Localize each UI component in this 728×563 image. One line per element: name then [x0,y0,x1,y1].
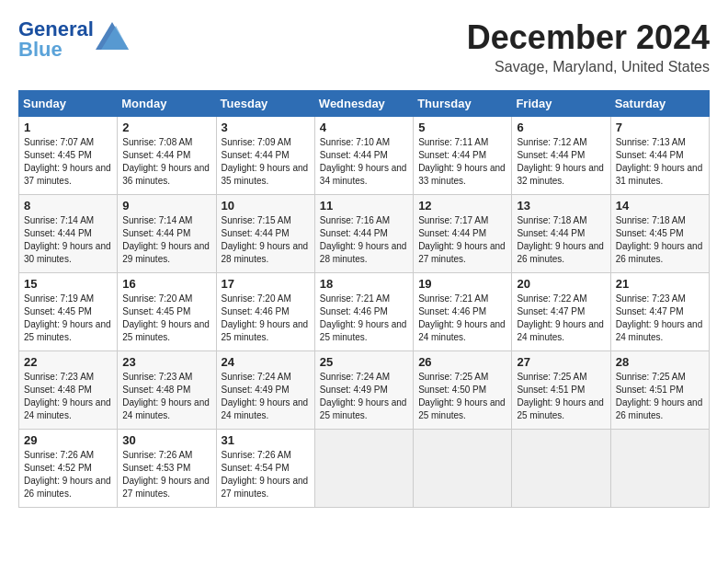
day-number: 11 [320,199,408,213]
day-number: 24 [222,355,310,369]
day-info: Sunrise: 7:21 AMSunset: 4:46 PMDaylight:… [320,293,408,344]
day-info: Sunrise: 7:18 AMSunset: 4:45 PMDaylight:… [616,214,704,266]
day-info: Sunrise: 7:10 AMSunset: 4:44 PMDaylight:… [320,136,408,188]
day-info: Sunrise: 7:13 AMSunset: 4:44 PMDaylight:… [616,136,704,188]
location: Savage, Maryland, United States [467,59,710,75]
day-info: Sunrise: 7:26 AMSunset: 4:53 PMDaylight:… [122,449,210,500]
day-cell [512,430,610,508]
day-info: Sunrise: 7:20 AMSunset: 4:46 PMDaylight:… [222,293,310,344]
day-cell: 5Sunrise: 7:11 AMSunset: 4:44 PMDaylight… [414,117,512,195]
day-number: 16 [122,277,210,291]
day-cell: 18Sunrise: 7:21 AMSunset: 4:46 PMDayligh… [314,273,413,351]
week-row-4: 22Sunrise: 7:23 AMSunset: 4:48 PMDayligh… [19,351,710,430]
day-number: 7 [616,121,704,134]
day-number: 8 [24,199,112,213]
day-cell: 23Sunrise: 7:23 AMSunset: 4:48 PMDayligh… [118,351,216,430]
day-info: Sunrise: 7:18 AMSunset: 4:44 PMDaylight:… [517,214,605,266]
logo: General Blue [18,18,129,61]
day-number: 22 [24,355,112,369]
day-number: 21 [616,277,704,291]
day-info: Sunrise: 7:24 AMSunset: 4:49 PMDaylight:… [320,371,408,422]
day-cell [314,430,413,508]
day-info: Sunrise: 7:25 AMSunset: 4:51 PMDaylight:… [517,371,605,422]
day-cell: 30Sunrise: 7:26 AMSunset: 4:53 PMDayligh… [118,430,216,508]
day-cell: 6Sunrise: 7:12 AMSunset: 4:44 PMDaylight… [512,117,610,195]
day-number: 28 [616,355,704,369]
col-saturday: Saturday [610,91,709,117]
header-row: SundayMondayTuesdayWednesdayThursdayFrid… [19,91,710,117]
day-cell: 25Sunrise: 7:24 AMSunset: 4:49 PMDayligh… [314,351,413,430]
day-info: Sunrise: 7:25 AMSunset: 4:50 PMDaylight:… [418,371,506,422]
day-cell: 11Sunrise: 7:16 AMSunset: 4:44 PMDayligh… [314,195,413,273]
day-number: 23 [122,355,210,369]
month-title: December 2024 [467,18,710,57]
day-number: 27 [517,355,605,369]
day-cell: 2Sunrise: 7:08 AMSunset: 4:44 PMDaylight… [118,117,216,195]
week-row-5: 29Sunrise: 7:26 AMSunset: 4:52 PMDayligh… [19,430,710,508]
day-cell: 22Sunrise: 7:23 AMSunset: 4:48 PMDayligh… [19,351,118,430]
day-number: 6 [517,121,605,134]
day-number: 31 [222,433,310,447]
day-number: 14 [616,199,704,213]
day-cell: 12Sunrise: 7:17 AMSunset: 4:44 PMDayligh… [414,195,512,273]
day-number: 29 [24,433,112,447]
day-cell: 24Sunrise: 7:24 AMSunset: 4:49 PMDayligh… [216,351,314,430]
day-info: Sunrise: 7:16 AMSunset: 4:44 PMDaylight:… [320,214,408,266]
week-row-2: 8Sunrise: 7:14 AMSunset: 4:44 PMDaylight… [19,195,710,273]
day-number: 18 [320,277,408,291]
day-number: 17 [222,277,310,291]
day-info: Sunrise: 7:07 AMSunset: 4:45 PMDaylight:… [24,136,112,188]
day-info: Sunrise: 7:26 AMSunset: 4:54 PMDaylight:… [222,449,310,500]
day-info: Sunrise: 7:22 AMSunset: 4:47 PMDaylight:… [517,293,605,344]
day-cell: 1Sunrise: 7:07 AMSunset: 4:45 PMDaylight… [19,117,118,195]
day-cell: 13Sunrise: 7:18 AMSunset: 4:44 PMDayligh… [512,195,610,273]
col-friday: Friday [512,91,610,117]
col-monday: Monday [118,91,216,117]
day-info: Sunrise: 7:25 AMSunset: 4:51 PMDaylight:… [616,371,704,422]
day-info: Sunrise: 7:23 AMSunset: 4:48 PMDaylight:… [24,371,112,422]
day-cell: 31Sunrise: 7:26 AMSunset: 4:54 PMDayligh… [216,430,314,508]
day-cell: 28Sunrise: 7:25 AMSunset: 4:51 PMDayligh… [610,351,709,430]
day-number: 3 [222,121,310,134]
title-area: December 2024 Savage, Maryland, United S… [467,18,710,75]
day-info: Sunrise: 7:21 AMSunset: 4:46 PMDaylight:… [418,293,506,344]
day-number: 15 [24,277,112,291]
day-info: Sunrise: 7:20 AMSunset: 4:45 PMDaylight:… [122,293,210,344]
day-info: Sunrise: 7:19 AMSunset: 4:45 PMDaylight:… [24,293,112,344]
day-info: Sunrise: 7:14 AMSunset: 4:44 PMDaylight:… [24,214,112,266]
day-info: Sunrise: 7:11 AMSunset: 4:44 PMDaylight:… [418,136,506,188]
week-row-1: 1Sunrise: 7:07 AMSunset: 4:45 PMDaylight… [19,117,710,195]
day-number: 25 [320,355,408,369]
col-sunday: Sunday [19,91,118,117]
day-info: Sunrise: 7:08 AMSunset: 4:44 PMDaylight:… [122,136,210,188]
day-number: 12 [418,199,506,213]
day-info: Sunrise: 7:15 AMSunset: 4:44 PMDaylight:… [222,214,310,266]
day-cell: 26Sunrise: 7:25 AMSunset: 4:50 PMDayligh… [414,351,512,430]
day-cell: 14Sunrise: 7:18 AMSunset: 4:45 PMDayligh… [610,195,709,273]
day-number: 10 [222,199,310,213]
day-number: 26 [418,355,506,369]
col-tuesday: Tuesday [216,91,314,117]
day-number: 1 [24,121,112,134]
logo-icon [96,22,129,50]
day-cell: 21Sunrise: 7:23 AMSunset: 4:47 PMDayligh… [610,273,709,351]
day-number: 19 [418,277,506,291]
day-cell: 3Sunrise: 7:09 AMSunset: 4:44 PMDaylight… [216,117,314,195]
day-cell: 4Sunrise: 7:10 AMSunset: 4:44 PMDaylight… [314,117,413,195]
day-info: Sunrise: 7:12 AMSunset: 4:44 PMDaylight:… [517,136,605,188]
day-number: 20 [517,277,605,291]
day-info: Sunrise: 7:14 AMSunset: 4:44 PMDaylight:… [122,214,210,266]
week-row-3: 15Sunrise: 7:19 AMSunset: 4:45 PMDayligh… [19,273,710,351]
day-info: Sunrise: 7:26 AMSunset: 4:52 PMDaylight:… [24,449,112,500]
day-cell: 17Sunrise: 7:20 AMSunset: 4:46 PMDayligh… [216,273,314,351]
day-cell: 15Sunrise: 7:19 AMSunset: 4:45 PMDayligh… [19,273,118,351]
day-info: Sunrise: 7:17 AMSunset: 4:44 PMDaylight:… [418,214,506,266]
day-cell: 10Sunrise: 7:15 AMSunset: 4:44 PMDayligh… [216,195,314,273]
day-number: 30 [122,433,210,447]
day-cell: 19Sunrise: 7:21 AMSunset: 4:46 PMDayligh… [414,273,512,351]
day-info: Sunrise: 7:23 AMSunset: 4:47 PMDaylight:… [616,293,704,344]
day-info: Sunrise: 7:23 AMSunset: 4:48 PMDaylight:… [122,371,210,422]
col-wednesday: Wednesday [314,91,413,117]
day-cell: 8Sunrise: 7:14 AMSunset: 4:44 PMDaylight… [19,195,118,273]
day-number: 2 [122,121,210,134]
